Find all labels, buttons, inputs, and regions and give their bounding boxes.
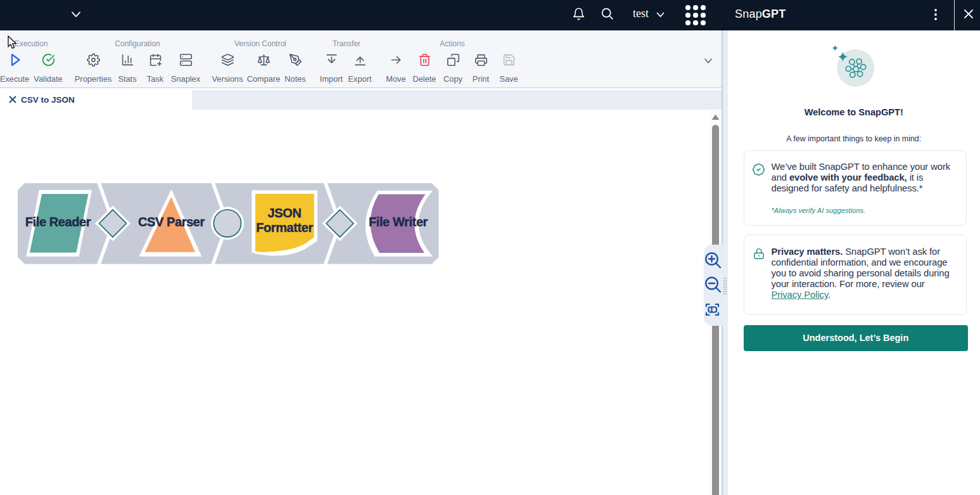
svg-text:Formatter: Formatter: [256, 221, 313, 235]
svg-text:JSON: JSON: [268, 206, 302, 220]
svg-text:CSV Parser: CSV Parser: [138, 215, 205, 229]
svg-text:File Reader: File Reader: [25, 215, 91, 229]
svg-text:File Writer: File Writer: [369, 215, 428, 229]
